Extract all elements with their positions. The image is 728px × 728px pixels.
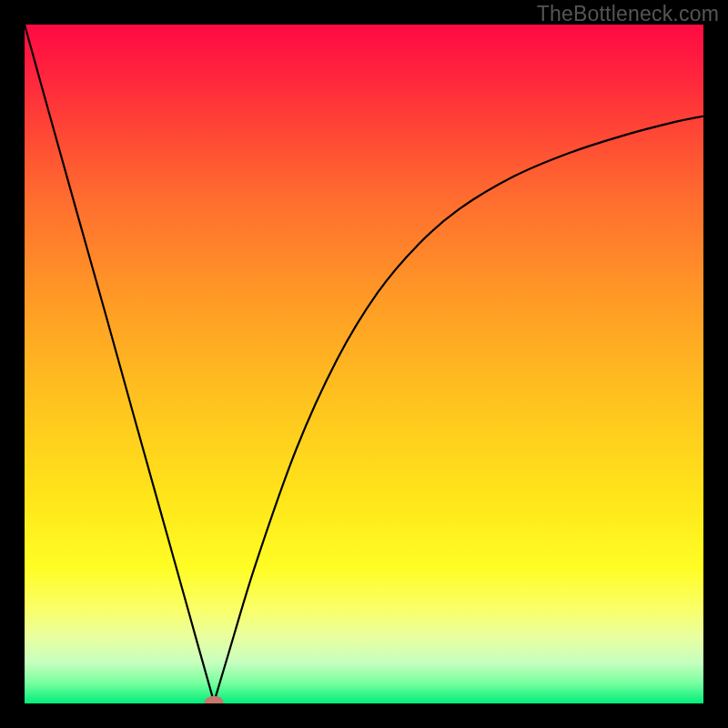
curve-line (25, 25, 703, 703)
optimum-marker (205, 696, 224, 703)
watermark-text: TheBottleneck.com (537, 2, 719, 26)
plot-area (25, 25, 703, 703)
plot-svg (25, 25, 703, 703)
chart-frame: TheBottleneck.com (0, 0, 728, 728)
